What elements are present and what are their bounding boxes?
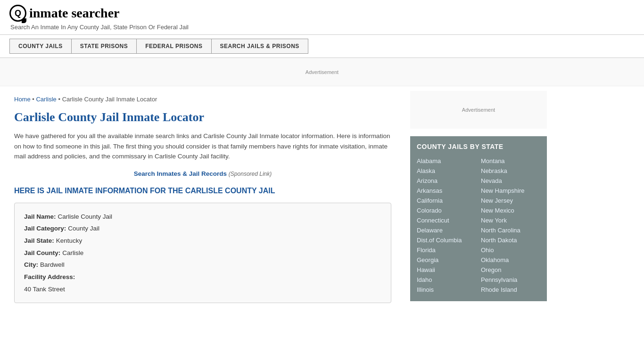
breadcrumb-carlisle[interactable]: Carlisle (36, 96, 56, 103)
info-label-category: Jail Category: (24, 222, 66, 235)
section-heading: HERE IS JAIL INMATE INFORMATION FOR THE … (14, 187, 391, 195)
info-row-address-label: Facility Address: (24, 271, 381, 283)
state-list-box: COUNTY JAILS BY STATE Alabama Alaska Ari… (410, 136, 547, 301)
state-north-dakota[interactable]: North Dakota (481, 235, 540, 245)
state-new-jersey[interactable]: New Jersey (481, 196, 540, 206)
search-inmates-link[interactable]: Search Inmates & Jail Records (134, 170, 227, 177)
state-oregon[interactable]: Oregon (481, 265, 540, 275)
state-delaware[interactable]: Delaware (417, 225, 476, 235)
info-row-category: Jail Category: County Jail (24, 222, 381, 235)
ad-banner: Advertisement (0, 58, 644, 86)
state-hawaii[interactable]: Hawaii (417, 265, 476, 275)
main-content: Home • Carlisle • Carlisle County Jail I… (0, 86, 405, 313)
info-box: Jail Name: Carlisle County Jail Jail Cat… (14, 203, 391, 303)
state-arkansas[interactable]: Arkansas (417, 186, 476, 196)
state-col-right: Montana Nebraska Nevada New Hampshire Ne… (481, 156, 540, 295)
nav-state-prisons[interactable]: STATE PRISONS (71, 39, 136, 54)
sidebar-ad: Advertisement (410, 91, 547, 129)
breadcrumb-current: Carlisle County Jail Inmate Locator (62, 96, 157, 103)
logo-text: inmate searcher (29, 6, 120, 21)
state-dc[interactable]: Dist.of Columbia (417, 235, 476, 245)
state-new-hampshire[interactable]: New Hampshire (481, 186, 540, 196)
info-value-category: County Jail (68, 222, 99, 235)
state-montana[interactable]: Montana (481, 156, 540, 166)
sidebar: Advertisement COUNTY JAILS BY STATE Alab… (405, 86, 552, 313)
nav-county-jails[interactable]: COUNTY JAILS (9, 39, 71, 54)
info-row-name: Jail Name: Carlisle County Jail (24, 211, 381, 223)
state-alaska[interactable]: Alaska (417, 166, 476, 176)
info-label-name: Jail Name: (24, 211, 56, 223)
info-label-city: City: (24, 259, 38, 271)
state-georgia[interactable]: Georgia (417, 255, 476, 265)
state-florida[interactable]: Florida (417, 245, 476, 255)
state-idaho[interactable]: Idaho (417, 275, 476, 285)
info-row-county: Jail County: Carlisle (24, 247, 381, 259)
state-nevada[interactable]: Nevada (481, 176, 540, 186)
breadcrumb-home[interactable]: Home (14, 96, 31, 103)
logo-text-label: inmate searcher (29, 6, 120, 20)
state-california[interactable]: California (417, 196, 476, 206)
state-alabama[interactable]: Alabama (417, 156, 476, 166)
page-title: Carlisle County Jail Inmate Locator (14, 110, 391, 124)
state-columns: Alabama Alaska Arizona Arkansas Californ… (417, 156, 540, 295)
nav-search-jails[interactable]: SEARCH JAILS & PRISONS (211, 39, 308, 54)
search-link-area: Search Inmates & Jail Records (Sponsored… (14, 170, 391, 177)
info-label-address: Facility Address: (24, 271, 75, 283)
state-new-mexico[interactable]: New Mexico (481, 206, 540, 215)
breadcrumb-sep2: • (58, 96, 62, 103)
state-arizona[interactable]: Arizona (417, 176, 476, 186)
sidebar-ad-label: Advertisement (462, 107, 495, 113)
tagline: Search An Inmate In Any County Jail, Sta… (10, 24, 635, 31)
info-value-address: 40 Tank Street (24, 283, 65, 296)
main-layout: Home • Carlisle • Carlisle County Jail I… (0, 86, 644, 313)
state-rhode-island[interactable]: Rhode Island (481, 285, 540, 295)
site-header: Q inmate searcher Search An Inmate In An… (0, 0, 644, 35)
info-label-county: Jail County: (24, 247, 60, 259)
state-oklahoma[interactable]: Oklahoma (481, 255, 540, 265)
state-north-carolina[interactable]: North Carolina (481, 225, 540, 235)
state-nebraska[interactable]: Nebraska (481, 166, 540, 176)
info-label-state: Jail State: (24, 235, 54, 247)
state-connecticut[interactable]: Connecticut (417, 215, 476, 225)
state-ohio[interactable]: Ohio (481, 245, 540, 255)
info-row-address-value: 40 Tank Street (24, 283, 381, 296)
main-nav: COUNTY JAILS STATE PRISONS FEDERAL PRISO… (0, 35, 644, 58)
nav-federal-prisons[interactable]: FEDERAL PRISONS (136, 39, 211, 54)
state-col-left: Alabama Alaska Arizona Arkansas Californ… (417, 156, 476, 295)
info-value-county: Carlisle (62, 247, 83, 259)
info-value-name: Carlisle County Jail (58, 211, 113, 223)
info-value-state: Kentucky (56, 235, 83, 247)
sponsored-text: (Sponsored Link) (229, 171, 272, 177)
state-list-title: COUNTY JAILS BY STATE (417, 143, 540, 150)
state-pennsylvania[interactable]: Pennsylvania (481, 275, 540, 285)
logo-icon: Q (9, 5, 26, 22)
state-new-york[interactable]: New York (481, 215, 540, 225)
logo-area: Q inmate searcher (9, 5, 635, 22)
info-value-city: Bardwell (40, 259, 65, 271)
ad-banner-label: Advertisement (305, 69, 339, 75)
info-row-state: Jail State: Kentucky (24, 235, 381, 247)
info-row-city: City: Bardwell (24, 259, 381, 271)
intro-text: We have gathered for you all the availab… (14, 131, 391, 162)
state-illinois[interactable]: Illinois (417, 285, 476, 295)
breadcrumb: Home • Carlisle • Carlisle County Jail I… (14, 96, 391, 103)
state-colorado[interactable]: Colorado (417, 206, 476, 215)
